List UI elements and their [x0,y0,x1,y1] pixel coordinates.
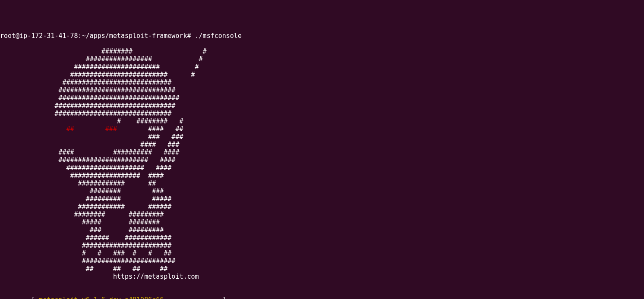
ascii-art-line: ###################### # [0,63,199,71]
ascii-art-line: ############################## [0,110,171,117]
ascii-art-line: ### ### [0,133,183,141]
ascii-art-line: ##### ######## [0,218,160,226]
ascii-art-line: # ######## # [0,117,183,125]
ascii-art-line: ######## ### [0,187,164,195]
ascii-art-line: ######## # [0,47,207,55]
ascii-art-line: ## ## ## ## [0,265,167,273]
ascii-art-line: ####################### [0,242,171,249]
ascii-art-line: ####################### #### [0,156,175,164]
version-line: =[ metasploit v6.1.6-dev-a481986c66 ] [0,296,226,299]
ascii-art-line: ######### ##### [0,195,171,203]
ascii-art-line: # # ### # # ## [0,249,171,257]
ascii-art-line: ############################### [0,102,175,110]
ascii-art-line: #### ########## #### [0,148,179,156]
ascii-art-line: ### ######### [0,226,164,234]
ascii-art-line: ######################## [0,257,175,265]
metasploit-url: https://metasploit.com [0,273,199,280]
version-text: metasploit v6.1.6-dev-a481986c66 [39,296,164,299]
ascii-art-line: #################### #### [0,164,171,172]
ascii-art-line: ############################### [0,94,179,102]
ascii-art-line: #### ### [0,141,179,148]
ascii-art-line: ################# # [0,55,203,63]
eye-left: ## [66,125,74,133]
shell-prompt: root@ip-172-31-41-78:~/apps/metasploit-f… [0,32,242,40]
ascii-art-line: ######## ######### [0,211,164,218]
ascii-art-line: ############ ###### [0,203,171,211]
ascii-art-line: ################## #### [0,172,164,179]
eye-right: ### [105,125,117,133]
terminal-window[interactable]: root@ip-172-31-41-78:~/apps/metasploit-f… [0,32,644,299]
ascii-art-eyes-line: ## ### #### ## [0,125,183,133]
ascii-art-line: ######################### # [0,71,195,79]
ascii-art-line: ############ ## [0,179,156,187]
ascii-art-line: ############################ [0,79,171,86]
ascii-art-line: ############################## [0,86,175,94]
ascii-art-line: ###### ############ [0,234,171,242]
